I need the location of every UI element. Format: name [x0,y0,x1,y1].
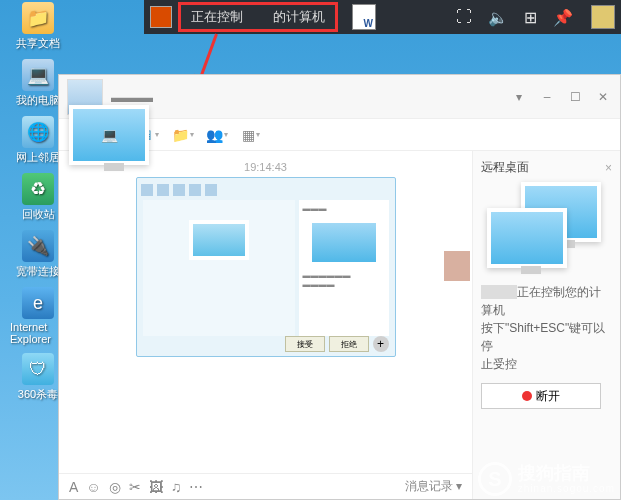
close-button[interactable]: ✕ [592,88,614,106]
screenshot-icon[interactable]: ✂ [129,479,141,495]
remote-monitors-graphic [481,182,611,277]
create-group-icon[interactable]: 👥 [205,124,229,146]
disconnect-button[interactable]: 断开 [481,383,601,409]
chat-toolbar: 🎤 📷 🖥 📁 💻 👥 ▦ [59,119,620,151]
message-history-link[interactable]: 消息记录 ▾ [405,478,462,495]
side-panel-close-icon[interactable]: × [605,161,612,175]
font-icon[interactable]: A [69,479,78,495]
remote-control-top-bar: 正在控制 的计算机 ⛶ 🔈 ⊞ 📌 [144,0,621,34]
stray-app-icon[interactable] [591,5,615,29]
broadband-icon-label: 宽带连接 [16,264,60,279]
minimize-button[interactable]: – [536,88,558,106]
network-neighborhood-icon-glyph: 🌐 [22,116,54,148]
network-neighborhood-icon-label: 网上邻居 [16,150,60,165]
app-icon[interactable] [150,6,172,28]
message-timestamp: 19:14:43 [71,161,460,173]
gif-icon[interactable]: ◎ [109,479,121,495]
antivirus-icon-glyph: 🛡 [22,353,54,385]
watermark-title: 搜狗指南 [518,464,615,484]
side-panel-title: 远程桌面 [481,159,529,176]
speaker-icon[interactable]: 🔈 [488,8,508,27]
recycle-bin-icon-label: 回收站 [22,207,55,222]
settings-dropdown-icon[interactable]: ▾ [508,88,530,106]
maximize-button[interactable]: ☐ [564,88,586,106]
ie-icon-glyph: e [22,287,54,319]
input-toolbar: A ☺ ◎ ✂ 🖼 ♫ ⋯ 消息记录 ▾ [59,473,472,499]
antivirus-icon-label: 360杀毒 [18,387,58,402]
sogou-watermark: S 搜狗指南 zhinan.sogou.com [478,462,615,496]
thumb-reject-button[interactable]: 拒绝 [329,336,369,352]
broadband-icon-glyph: 🔌 [22,230,54,262]
my-computer-icon-glyph: 💻 [22,59,54,91]
shared-docs-icon-glyph: 📁 [22,2,54,34]
thumb-expand-icon[interactable]: + [373,336,389,352]
send-file-icon[interactable]: 📁 [171,124,195,146]
word-doc-icon[interactable] [352,4,376,30]
message-area[interactable]: 19:14:43 ▬▬▬ ▬▬▬▬▬▬ ▬▬▬▬ 接受 [59,151,472,473]
remote-desktop-panel: 远程桌面 × ▬▬▬正在控制您的计 算机 按下"Shift+ESC"键可以停 止… [472,151,620,499]
add-panel-icon[interactable]: ⊞ [524,8,537,27]
control-status-suffix: 的计算机 [273,8,325,26]
screenshot-message[interactable]: ▬▬▬ ▬▬▬▬▬▬ ▬▬▬▬ 接受 拒绝 + [136,177,396,357]
shared-docs-icon[interactable]: 📁共享文档 [8,0,68,53]
control-status-highlight: 正在控制 的计算机 [178,2,338,32]
my-computer-icon-label: 我的电脑 [16,93,60,108]
chat-main-area: 19:14:43 ▬▬▬ ▬▬▬▬▬▬ ▬▬▬▬ 接受 [59,151,472,499]
contact-name: ▬▬▬ [111,89,153,105]
apps-icon[interactable]: ▦ [239,124,263,146]
image-icon[interactable]: 🖼 [149,479,163,495]
qq-chat-window: ▬▬▬ ▾ – ☐ ✕ 🎤 📷 🖥 📁 💻 👥 ▦ 19:14:43 [58,74,621,500]
watermark-logo: S [478,462,512,496]
sender-avatar[interactable] [444,251,470,281]
control-hint-text: 按下"Shift+ESC"键可以停 止受控 [481,319,612,373]
control-status-prefix: 正在控制 [191,8,243,26]
shared-docs-icon-label: 共享文档 [16,36,60,51]
thumb-accept-button[interactable]: 接受 [285,336,325,352]
music-icon[interactable]: ♫ [171,479,182,495]
more-tools-icon[interactable]: ⋯ [189,479,203,495]
fullscreen-icon[interactable]: ⛶ [456,8,472,26]
watermark-url: zhinan.sogou.com [518,483,615,494]
recycle-bin-icon-glyph: ♻ [22,173,54,205]
pin-icon[interactable]: 📌 [553,8,573,27]
control-status-text: ▬▬▬正在控制您的计 算机 [481,283,612,319]
emoji-icon[interactable]: ☺ [86,479,100,495]
